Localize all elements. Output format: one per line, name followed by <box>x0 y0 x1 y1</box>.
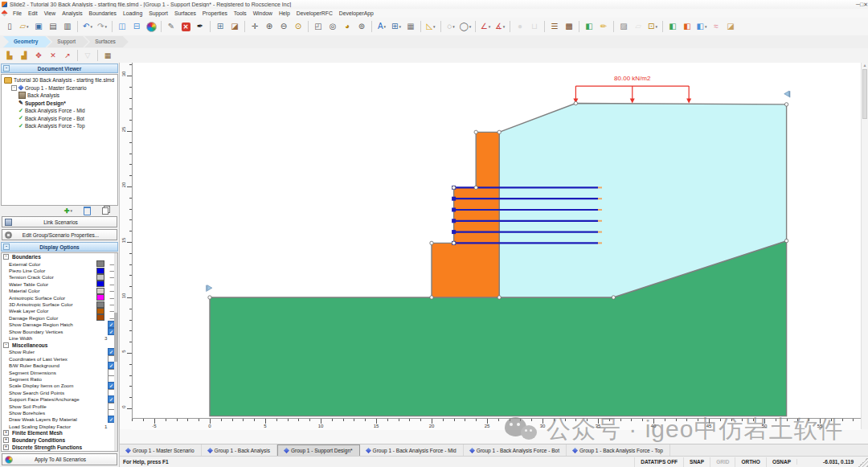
workflow-tab-support[interactable]: Support <box>47 36 88 47</box>
print-preview-icon[interactable]: ▥ <box>61 20 74 33</box>
undo-icon[interactable]: ↶▾ <box>81 20 94 33</box>
open-folder-icon[interactable]: ▱▾ <box>18 20 31 33</box>
menu-edit[interactable]: Edit <box>25 9 41 18</box>
copy-scenario-button[interactable] <box>99 204 112 217</box>
boundary-vertex[interactable] <box>430 296 433 299</box>
options-section-header[interactable]: -Boundaries <box>2 253 117 260</box>
add-external-boundary-icon[interactable]: ◧ <box>583 20 596 33</box>
menu-file[interactable]: File <box>10 9 25 18</box>
options-section-header[interactable]: +Boundary Conditions <box>2 436 117 444</box>
polyline-icon[interactable]: ◌▾ <box>444 20 457 33</box>
zoom-extents-icon[interactable]: ✛ <box>248 20 261 33</box>
text-annotation-icon[interactable]: A▾ <box>375 20 388 33</box>
table-icon[interactable]: ⊞▾ <box>390 20 403 33</box>
menu-boundaries[interactable]: Boundaries <box>86 9 120 18</box>
menu-loading[interactable]: Loading <box>120 9 145 18</box>
boundary-vertex[interactable] <box>474 186 477 189</box>
borehole-icon[interactable]: ▩ <box>563 20 575 33</box>
scenario-tab[interactable]: Group 1 - Master Scenario <box>120 444 202 456</box>
stage-folder-icon[interactable]: ⊡▾ <box>646 20 659 33</box>
boundary-vertex[interactable] <box>208 296 211 299</box>
tree-expander-icon[interactable]: - <box>11 85 17 91</box>
color-wheel-icon[interactable] <box>145 20 158 33</box>
color-swatch[interactable] <box>96 314 104 321</box>
collapse-icon[interactable]: - <box>3 65 10 72</box>
zoom-out-icon[interactable]: ⊖ <box>277 20 290 33</box>
color-swatch[interactable] <box>96 268 104 274</box>
options-section-header[interactable]: -Miscellaneous <box>2 342 117 349</box>
print-icon[interactable]: ▤ <box>47 20 59 33</box>
edit-scenario-icon[interactable]: ✎ <box>165 20 178 33</box>
region-hatch-icon[interactable]: ▨ <box>617 20 630 33</box>
edit-boundary-icon[interactable]: ✏ <box>597 20 610 33</box>
resize-grip[interactable] <box>858 457 868 467</box>
move-vertices-icon[interactable]: ✥ <box>32 49 45 62</box>
options-section-header[interactable]: +Discrete Strength Functions <box>2 444 117 451</box>
weak-layer-waves-icon[interactable]: ≈ <box>710 20 723 33</box>
options-section-header[interactable]: +Finite Element Mesh <box>2 429 117 436</box>
bolt-head[interactable] <box>452 219 456 223</box>
scenario-tab[interactable]: Group 1 - Back Analysis Force - Mid <box>360 444 464 456</box>
tree-item[interactable]: ✓Back Analysis Force - Top <box>2 122 117 130</box>
bolt-head[interactable] <box>452 230 456 234</box>
tree-item[interactable]: Tutorial 30 Back Analysis - starting fil… <box>2 76 117 84</box>
boundary-vertex[interactable] <box>430 241 433 244</box>
add-scenario-button[interactable]: ✚▾ <box>62 204 75 217</box>
document-viewer-header[interactable]: - Document Viewer <box>1 63 118 73</box>
scenario-tab[interactable]: Group 1 - Back Analysis Force - Top <box>567 444 670 456</box>
color-swatch[interactable] <box>96 308 104 314</box>
link-scenarios-button[interactable]: Link Scenarios <box>2 216 117 227</box>
color-swatch[interactable] <box>96 260 104 267</box>
boundary-vertex[interactable] <box>784 239 788 242</box>
delete-scenario-button[interactable] <box>80 204 93 217</box>
add-vertex-icon[interactable]: ↗ <box>61 49 74 62</box>
tree-item[interactable]: ✓Back Analysis Force - Bot <box>2 115 117 123</box>
workflow-tab-geometry[interactable]: Geometry <box>3 36 51 47</box>
boundary-vertex[interactable] <box>474 130 477 133</box>
menu-support[interactable]: Support <box>145 9 171 18</box>
bolt-head[interactable] <box>452 207 456 211</box>
redo-icon[interactable]: ↷▾ <box>96 20 108 33</box>
pen-tool-icon[interactable]: ✒ <box>194 20 207 33</box>
image-icon[interactable]: ▦ <box>404 20 417 33</box>
compute-icon[interactable]: ⊞ <box>214 20 227 33</box>
menu-tools[interactable]: Tools <box>231 9 250 18</box>
model-canvas[interactable]: 051015202530 -50510152025303540455055 80… <box>120 63 868 428</box>
zoom-selected-icon[interactable]: ◎ <box>326 20 339 33</box>
workflow-tab-surfaces[interactable]: Surfaces <box>84 36 129 47</box>
color-swatch[interactable] <box>96 281 104 287</box>
tree-item[interactable]: -Group 1 - Master Scenario <box>2 84 117 92</box>
menu-surfaces[interactable]: Surfaces <box>171 9 199 18</box>
delete-scenario-icon[interactable]: ✕ <box>179 20 192 33</box>
new-file-icon[interactable]: ▯ <box>3 20 16 33</box>
boundary-vertex[interactable] <box>497 296 501 299</box>
panel-scrollbar[interactable] <box>114 253 117 451</box>
stamp-boundary-icon[interactable]: ▦ <box>101 49 114 62</box>
status-toggle-ortho[interactable]: ORTHO <box>735 457 765 467</box>
boundary-vertex[interactable] <box>784 103 788 106</box>
menu-developerapp[interactable]: DeveloperApp <box>336 9 377 18</box>
status-toggle-snap[interactable]: SNAP <box>683 457 710 467</box>
zoom-all-icon[interactable]: ⊚ <box>355 20 368 33</box>
tree-item[interactable]: ✎Support Design* <box>2 100 117 108</box>
dimension-icon[interactable]: ∡▾ <box>493 20 506 33</box>
zoom-highlight-icon[interactable]: ◕ <box>341 20 354 33</box>
boundary-vertex[interactable] <box>452 241 455 244</box>
menu-analysis[interactable]: Analysis <box>59 9 85 18</box>
boundary-vertex[interactable] <box>612 296 615 299</box>
boundary-vertex[interactable] <box>574 101 577 104</box>
menu-window[interactable]: Window <box>250 9 276 18</box>
boundary-vertex[interactable] <box>452 186 455 189</box>
zoom-pan-icon[interactable]: ⊙ <box>292 20 305 33</box>
material-layers-icon[interactable]: ☰ <box>548 20 561 33</box>
zoom-in-icon[interactable]: ⊕ <box>263 20 276 33</box>
export-boundary-icon[interactable]: ▟ <box>18 49 31 62</box>
status-toggle-datatips-off[interactable]: DATATIPS OFF <box>634 457 683 467</box>
boundary-vertex[interactable] <box>497 130 501 133</box>
water-table-icon[interactable]: ◧▾ <box>695 20 708 33</box>
tree-item[interactable]: Back Analysis <box>2 92 117 100</box>
color-swatch[interactable] <box>96 301 104 308</box>
material-boundary-orange-icon[interactable]: ◧ <box>681 20 694 33</box>
save-icon[interactable]: ▣ <box>32 20 45 33</box>
close-button[interactable]: ✕ <box>863 2 868 7</box>
